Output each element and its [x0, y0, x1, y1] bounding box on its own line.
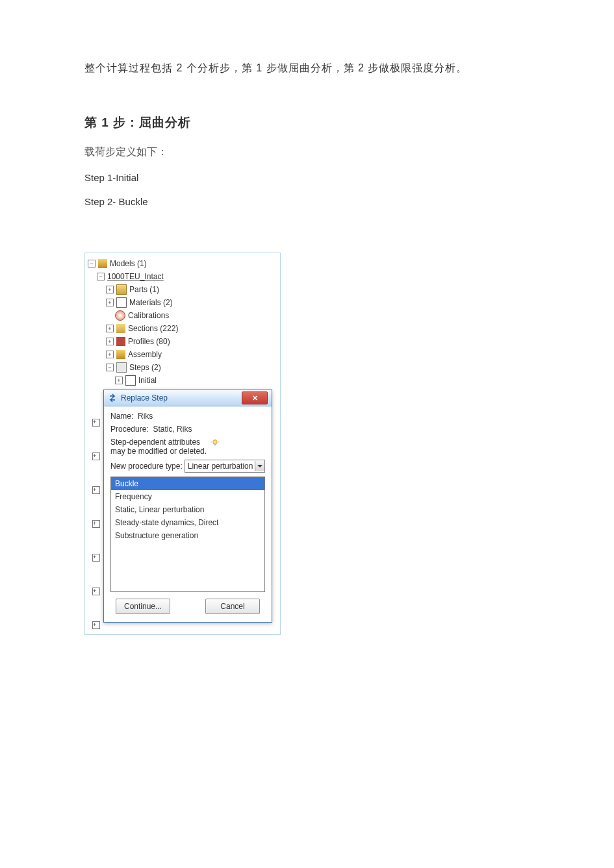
intro-paragraph: 整个计算过程包括 2 个分析步，第 1 步做屈曲分析，第 2 步做极限强度分析。 [84, 62, 536, 75]
list-item[interactable]: Static, Linear perturbation [111, 503, 264, 516]
name-label: Name: [110, 412, 133, 421]
step1-heading: 第 1 步：屈曲分析 [84, 114, 536, 131]
select-value: Linear perturbation [188, 462, 255, 471]
continue-button[interactable]: Continue... [116, 599, 170, 614]
step-line-1: Step 1-Initial [84, 172, 536, 183]
sections-icon [116, 324, 125, 333]
cancel-button[interactable]: Cancel [205, 599, 260, 614]
expand-icon[interactable] [106, 338, 114, 345]
tree-row-steps[interactable]: Steps (2) [88, 361, 277, 374]
expand-icon[interactable] [92, 453, 100, 460]
expand-icon[interactable] [106, 351, 114, 358]
dialog-body: Name: Riks Procedure: Static, Riks Step-… [104, 406, 272, 473]
tree-row-initial[interactable]: Initial [88, 374, 277, 387]
procedure-label: Procedure: [110, 425, 149, 434]
tree-label: Sections (222) [128, 324, 178, 333]
lightbulb-icon [211, 439, 220, 448]
tree-row-model[interactable]: 1000TEU_Intact [88, 270, 277, 283]
new-procedure-row: New procedure type: Linear perturbation [110, 460, 265, 473]
expand-icon[interactable] [92, 419, 100, 427]
tree-label: Materials (2) [129, 298, 173, 307]
new-procedure-select[interactable]: Linear perturbation [185, 460, 265, 473]
tree-label: Initial [138, 376, 157, 385]
calibrations-icon [115, 310, 125, 321]
collapse-icon[interactable] [97, 273, 105, 280]
replace-step-dialog: Replace Step ✕ Name: Riks Procedure: Sta… [103, 390, 272, 623]
tree-label: 1000TEU_Intact [107, 272, 164, 281]
list-item[interactable]: Buckle [111, 477, 264, 490]
close-button[interactable]: ✕ [242, 391, 268, 404]
dialog-titlebar[interactable]: Replace Step ✕ [104, 390, 272, 406]
collapse-icon[interactable] [88, 260, 96, 267]
assembly-icon [116, 350, 125, 359]
expand-icon[interactable] [106, 325, 114, 332]
tree-row-materials[interactable]: Materials (2) [88, 296, 277, 309]
close-icon: ✕ [252, 394, 258, 403]
chevron-down-icon[interactable] [255, 461, 264, 471]
tree-label: Calibrations [128, 311, 169, 320]
expand-icon[interactable] [115, 377, 123, 384]
tree-row-parts[interactable]: Parts (1) [88, 283, 277, 296]
dialog-button-row: Continue... Cancel [104, 592, 272, 622]
subheading: 载荷步定义如下： [84, 145, 536, 159]
dialog-title: Replace Step [121, 393, 242, 403]
embedded-screenshot: Models (1) 1000TEU_Intact Parts (1) Mate… [84, 253, 281, 635]
replace-step-icon [108, 393, 117, 403]
tree-continuation-toggles [92, 419, 103, 655]
expand-icon[interactable] [106, 286, 114, 293]
name-row: Name: Riks [110, 412, 265, 421]
procedure-value: Static, Riks [153, 425, 192, 434]
profiles-icon [116, 337, 125, 346]
expand-icon[interactable] [106, 299, 114, 306]
attributes-note: Step-dependent attributes may be modifie… [110, 438, 265, 456]
attributes-note-line1: Step-dependent attributes [110, 438, 207, 447]
list-item[interactable]: Substructure generation [111, 529, 264, 542]
list-item[interactable]: Steady-state dynamics, Direct [111, 516, 264, 529]
step-icon [125, 375, 136, 386]
list-item[interactable]: Frequency [111, 490, 264, 503]
expand-icon[interactable] [92, 554, 100, 562]
tree-label: Models (1) [110, 259, 147, 268]
materials-icon [116, 297, 127, 308]
tree-label: Parts (1) [129, 285, 159, 294]
step-line-2: Step 2- Buckle [84, 196, 536, 207]
tree-label: Steps (2) [129, 363, 161, 372]
expand-icon[interactable] [92, 486, 100, 494]
new-procedure-label: New procedure type: [110, 462, 183, 471]
svg-rect-1 [214, 444, 216, 445]
steps-icon [116, 362, 127, 373]
document-page: 整个计算过程包括 2 个分析步，第 1 步做屈曲分析，第 2 步做极限强度分析。… [0, 0, 614, 868]
procedure-listbox[interactable]: Buckle Frequency Static, Linear perturba… [110, 477, 265, 592]
tree-row-models[interactable]: Models (1) [88, 257, 277, 270]
parts-icon [116, 284, 127, 295]
tree-label: Assembly [128, 350, 162, 359]
expand-icon[interactable] [92, 588, 100, 595]
tree-row-assembly[interactable]: Assembly [88, 348, 277, 361]
tree-label: Profiles (80) [128, 337, 170, 346]
collapse-icon[interactable] [106, 364, 114, 371]
model-tree[interactable]: Models (1) 1000TEU_Intact Parts (1) Mate… [85, 253, 280, 634]
procedure-row: Procedure: Static, Riks [110, 425, 265, 434]
attributes-note-line2: may be modified or deleted. [110, 447, 207, 456]
tree-row-sections[interactable]: Sections (222) [88, 322, 277, 335]
expand-icon[interactable] [92, 621, 100, 629]
models-icon [98, 259, 107, 268]
tree-row-profiles[interactable]: Profiles (80) [88, 335, 277, 348]
name-value: Riks [138, 412, 153, 421]
tree-row-calibrations[interactable]: Calibrations [88, 309, 277, 322]
expand-icon[interactable] [92, 520, 100, 528]
svg-point-0 [213, 440, 217, 444]
